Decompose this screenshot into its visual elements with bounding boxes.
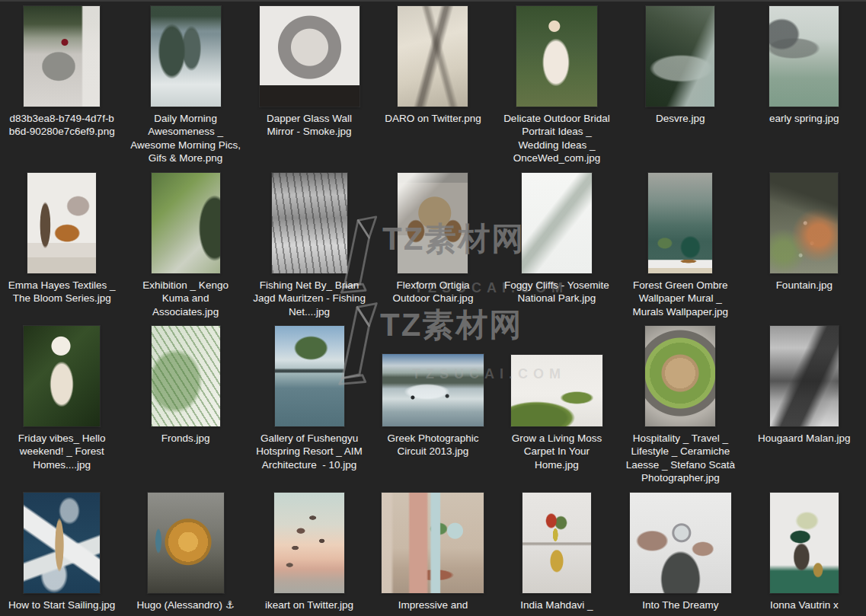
file-item[interactable]: How to Start Sailing.jpg	[0, 493, 123, 616]
file-thumbnail[interactable]	[24, 6, 100, 107]
thumbnail-box	[0, 493, 123, 593]
file-item[interactable]: Emma Hayes Textiles _ The Bloom Series.j…	[0, 173, 123, 326]
file-name[interactable]: Dapper Glass Wall Mirror - Smoke.jpg	[267, 112, 352, 139]
file-thumbnail[interactable]	[382, 493, 484, 593]
file-name[interactable]: Delicate Outdoor Bridal Portrait Ideas _…	[503, 112, 610, 165]
thumbnail-box	[743, 493, 866, 593]
file-name[interactable]: Hugo (Alessandro) ⚓	[136, 598, 234, 611]
file-thumbnail[interactable]	[152, 173, 220, 273]
file-name[interactable]: Impressive and	[398, 598, 468, 611]
file-thumbnail[interactable]	[151, 6, 221, 107]
file-thumbnail[interactable]	[511, 355, 602, 426]
file-name[interactable]: Ionna Vautrin x	[770, 598, 839, 611]
file-thumbnail[interactable]	[398, 173, 468, 273]
file-item[interactable]: Friday vibes_ Hello weekend! _ Forest Ho…	[0, 326, 123, 493]
file-name[interactable]: d83b3ea8-b749-4d7f-b b6d-90280e7c6ef9.pn…	[9, 112, 115, 139]
file-thumbnail[interactable]	[260, 6, 360, 107]
file-thumbnail[interactable]	[522, 173, 592, 273]
file-name[interactable]: Into The Dreamy	[642, 598, 718, 611]
file-thumbnail[interactable]	[646, 6, 714, 107]
thumbnail-box	[495, 6, 618, 107]
file-name[interactable]: Daily Morning Awesomeness _ Awesome Morn…	[130, 112, 241, 165]
file-thumbnail[interactable]	[275, 326, 344, 426]
file-name[interactable]: Grow a Living Moss Carpet In Your Home.j…	[512, 432, 602, 471]
file-item[interactable]: Ionna Vautrin x	[743, 493, 866, 616]
file-thumbnail[interactable]	[630, 493, 731, 593]
file-name[interactable]: early spring.jpg	[769, 112, 839, 125]
file-name[interactable]: Hougaard Malan.jpg	[758, 432, 851, 445]
file-name[interactable]: Flexform Ortigia Outdoor Chair.jpg	[393, 279, 474, 305]
file-item[interactable]: Flexform Ortigia Outdoor Chair.jpg	[371, 173, 494, 326]
file-name[interactable]: Emma Hayes Textiles _ The Bloom Series.j…	[8, 279, 116, 305]
file-thumbnail[interactable]	[148, 493, 224, 593]
file-item[interactable]: Hugo (Alessandro) ⚓	[123, 493, 247, 616]
file-item[interactable]: Fountain.jpg	[743, 173, 866, 326]
file-name[interactable]: Fountain.jpg	[776, 279, 832, 292]
file-item[interactable]: Hospitality _ Travel _ Lifestyle _ Ceram…	[618, 326, 742, 493]
thumbnail-box	[618, 6, 742, 107]
thumbnail-box	[495, 493, 618, 593]
file-item[interactable]: Exhibition _ Kengo Kuma and Associates.j…	[123, 173, 247, 326]
thumbnail-box	[248, 326, 371, 426]
file-thumbnail[interactable]	[769, 6, 839, 107]
thumbnail-box	[248, 493, 371, 593]
file-thumbnail[interactable]	[770, 493, 839, 593]
file-name[interactable]: How to Start Sailing.jpg	[8, 598, 115, 611]
file-item[interactable]: Foggy Cliffs - Yosemite National Park.jp…	[495, 173, 618, 326]
file-item[interactable]: early spring.jpg	[743, 6, 866, 173]
thumbnail-box	[618, 493, 742, 593]
file-name[interactable]: Friday vibes_ Hello weekend! _ Forest Ho…	[18, 432, 106, 471]
file-name[interactable]: Exhibition _ Kengo Kuma and Associates.j…	[142, 279, 228, 318]
file-item[interactable]: Forest Green Ombre Wallpaper Mural _ Mur…	[618, 173, 742, 326]
file-item[interactable]: Grow a Living Moss Carpet In Your Home.j…	[495, 326, 618, 493]
file-thumbnail[interactable]	[24, 326, 100, 426]
thumbnail-box	[123, 173, 247, 273]
file-name[interactable]: Forest Green Ombre Wallpaper Mural _ Mur…	[633, 279, 729, 318]
file-name[interactable]: Gallery of Fushengyu Hotspring Resort _ …	[256, 432, 363, 471]
file-thumbnail[interactable]	[152, 326, 220, 426]
file-thumbnail[interactable]	[648, 173, 712, 273]
file-item[interactable]: Gallery of Fushengyu Hotspring Resort _ …	[248, 326, 371, 493]
file-name[interactable]: DARO on Twitter.png	[385, 112, 481, 125]
file-name[interactable]: ikeart on Twitter.jpg	[265, 598, 353, 611]
file-name[interactable]: Greek Photographic Circuit 2013.jpg	[387, 432, 478, 458]
file-item[interactable]: Greek Photographic Circuit 2013.jpg	[371, 326, 494, 493]
thumbnail-box	[0, 6, 123, 107]
file-item[interactable]: d83b3ea8-b749-4d7f-b b6d-90280e7c6ef9.pn…	[0, 6, 123, 173]
file-name[interactable]: India Mahdavi _	[520, 598, 593, 611]
file-thumbnail[interactable]	[24, 493, 100, 593]
file-thumbnail[interactable]	[274, 493, 344, 593]
file-item[interactable]: Daily Morning Awesomeness _ Awesome Morn…	[123, 6, 247, 173]
file-thumbnail[interactable]	[645, 326, 715, 426]
file-item[interactable]: Delicate Outdoor Bridal Portrait Ideas _…	[495, 6, 618, 173]
thumbnail-box	[371, 6, 494, 107]
file-item[interactable]: ikeart on Twitter.jpg	[248, 493, 371, 616]
file-item[interactable]: Fishing Net By_ Brian Jagd Mauritzen - F…	[248, 173, 371, 326]
file-thumbnail[interactable]	[770, 326, 839, 426]
file-name[interactable]: Foggy Cliffs - Yosemite National Park.jp…	[504, 279, 609, 305]
thumbnail-box	[743, 6, 866, 107]
file-thumbnail[interactable]	[516, 6, 597, 107]
file-thumbnail[interactable]	[27, 173, 96, 273]
thumbnail-box	[248, 173, 371, 273]
file-item[interactable]: Fronds.jpg	[123, 326, 247, 493]
file-item[interactable]: DARO on Twitter.png	[371, 6, 494, 173]
file-name[interactable]: Fishing Net By_ Brian Jagd Mauritzen - F…	[253, 279, 366, 318]
thumbnail-box	[371, 173, 494, 273]
file-item[interactable]: Dapper Glass Wall Mirror - Smoke.jpg	[248, 6, 371, 173]
file-thumbnail[interactable]	[398, 6, 468, 107]
file-item[interactable]: Hougaard Malan.jpg	[743, 326, 866, 493]
file-name[interactable]: Desvre.jpg	[656, 112, 705, 125]
file-thumbnail[interactable]	[272, 173, 347, 273]
file-item[interactable]: India Mahdavi _	[495, 493, 618, 616]
file-thumbnail[interactable]	[770, 173, 838, 273]
file-thumbnail[interactable]	[522, 493, 591, 593]
file-thumbnail[interactable]	[382, 354, 484, 426]
thumbnail-box	[123, 326, 247, 426]
file-item[interactable]: Impressive and	[371, 493, 494, 616]
file-name[interactable]: Fronds.jpg	[161, 432, 210, 445]
file-item[interactable]: Desvre.jpg	[618, 6, 742, 173]
file-item[interactable]: Into The Dreamy	[618, 493, 742, 616]
thumbnail-box	[123, 493, 247, 593]
file-name[interactable]: Hospitality _ Travel _ Lifestyle _ Ceram…	[626, 432, 735, 485]
